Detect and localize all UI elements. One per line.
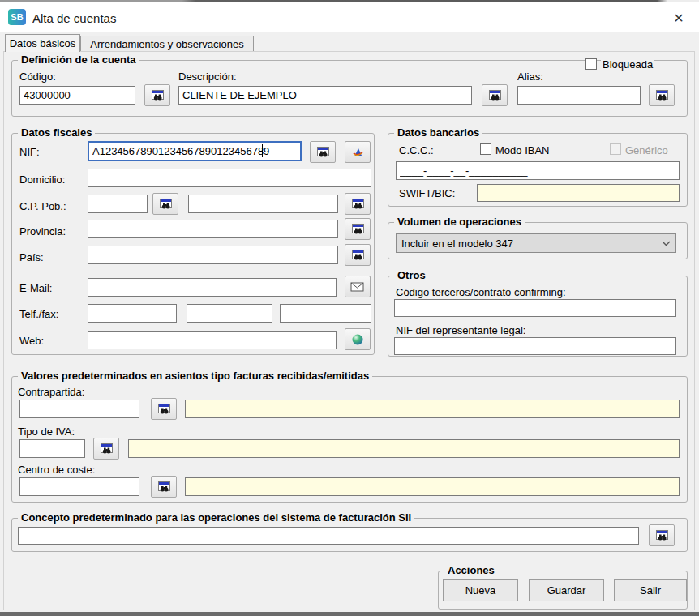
tipo-iva-descripcion-field <box>128 439 680 458</box>
globe-icon <box>351 333 364 346</box>
app-logo-icon: SB <box>8 9 26 25</box>
codigo-input[interactable] <box>19 86 135 105</box>
modo-iban-label: Modo IBAN <box>495 144 549 156</box>
group-title: Volumen de operaciones <box>394 216 525 228</box>
group-title: Datos fiscales <box>18 126 95 139</box>
group-title: Datos bancarios <box>394 126 482 139</box>
swift-bic-label: SWIFT/BIC: <box>399 187 455 199</box>
descripcion-search-button[interactable] <box>482 84 508 106</box>
tipo-iva-label: Tipo de IVA: <box>18 426 75 438</box>
centro-coste-descripcion-field <box>185 477 680 496</box>
search-form-icon <box>100 443 114 456</box>
tipo-iva-search-button[interactable] <box>93 438 119 460</box>
contrapartida-label: Contrapartida: <box>18 386 84 398</box>
web-input[interactable] <box>88 331 337 349</box>
search-form-icon <box>157 403 171 416</box>
centro-coste-label: Centro de coste: <box>18 464 95 476</box>
telf-fax-label: Telf./fax: <box>19 308 58 320</box>
concepto-sii-input[interactable] <box>18 527 639 545</box>
search-form-icon <box>351 198 365 211</box>
search-form-icon <box>151 89 165 102</box>
contrapartida-search-button[interactable] <box>151 398 177 420</box>
search-form-icon <box>351 223 365 236</box>
tipo-iva-input[interactable] <box>19 439 85 458</box>
domicilio-input[interactable] <box>88 169 371 187</box>
search-form-icon <box>159 198 173 211</box>
poblacion-search-button[interactable] <box>345 193 371 215</box>
telefono2-input[interactable] <box>187 304 272 323</box>
group-title: Concepto predeterminado para las operaci… <box>18 511 414 524</box>
codigo-terceros-label: Código terceros/contrato confirming: <box>396 286 566 298</box>
poblacion-input[interactable] <box>188 195 338 213</box>
group-title: Definición de la cuenta <box>18 53 139 66</box>
modo-iban-checkbox[interactable] <box>480 143 491 155</box>
salir-button[interactable]: Salir <box>614 579 687 601</box>
ccc-label: C.C.C.: <box>399 144 434 156</box>
ccc-input[interactable] <box>396 161 680 180</box>
email-input[interactable] <box>88 278 337 297</box>
concepto-sii-search-button[interactable] <box>649 524 675 546</box>
domicilio-label: Domicilio: <box>19 173 65 186</box>
modelo-347-select[interactable]: Incluir en el modelo 347 <box>396 233 676 253</box>
search-form-icon <box>316 146 330 159</box>
group-title: Acciones <box>444 564 498 576</box>
cp-pob-label: C.P. Pob.: <box>19 200 66 212</box>
aeat-logo-icon <box>351 146 365 159</box>
nif-representante-label: NIF del representante legal: <box>396 324 525 336</box>
nif-aeat-validate-button[interactable] <box>345 141 371 163</box>
tab-arrendamientos[interactable]: Arrendamientos y observaciones <box>80 36 254 52</box>
pais-label: País: <box>19 251 44 263</box>
send-email-button[interactable] <box>345 276 371 297</box>
text-caret <box>262 144 263 157</box>
pais-input[interactable] <box>88 246 338 264</box>
contrapartida-input[interactable] <box>19 400 139 418</box>
telefono1-input[interactable] <box>88 304 177 323</box>
guardar-button[interactable]: Guardar <box>529 579 604 601</box>
cp-search-button[interactable] <box>152 193 178 215</box>
centro-coste-search-button[interactable] <box>151 476 177 498</box>
nif-label: NIF: <box>19 146 40 158</box>
close-icon[interactable]: ✕ <box>670 9 688 27</box>
nif-input[interactable] <box>88 141 302 161</box>
search-form-icon <box>157 481 171 494</box>
alias-search-button[interactable] <box>649 84 675 106</box>
centro-coste-input[interactable] <box>19 477 139 496</box>
open-web-button[interactable] <box>345 328 371 350</box>
descripcion-input[interactable] <box>178 86 472 105</box>
provincia-label: Provincia: <box>19 225 66 237</box>
title-bar: SB Alta de cuentas ✕ <box>0 2 699 32</box>
background-window-edge <box>0 612 699 616</box>
alias-label: Alias: <box>517 71 543 83</box>
provincia-search-button[interactable] <box>345 218 371 240</box>
chevron-down-icon <box>662 241 671 246</box>
search-form-icon <box>488 89 502 102</box>
codigo-terceros-input[interactable] <box>394 299 676 317</box>
search-form-icon <box>655 529 669 542</box>
generico-checkbox[interactable] <box>610 143 621 155</box>
fax-input[interactable] <box>280 304 371 323</box>
envelope-icon <box>350 281 365 293</box>
contrapartida-descripcion-field <box>185 400 680 418</box>
generico-label: Genérico <box>625 144 668 156</box>
alias-input[interactable] <box>517 86 641 105</box>
provincia-input[interactable] <box>88 220 338 238</box>
tab-datos-basicos[interactable]: Datos básicos <box>5 34 80 52</box>
bloqueada-checkbox[interactable] <box>585 58 597 70</box>
nif-search-button[interactable] <box>310 141 336 163</box>
pais-search-button[interactable] <box>345 244 371 266</box>
nif-representante-input[interactable] <box>394 337 676 355</box>
web-label: Web: <box>19 335 44 347</box>
window-title: Alta de cuentas <box>32 11 116 25</box>
selected-option: Incluir en el modelo 347 <box>401 237 513 250</box>
cp-input[interactable] <box>88 195 148 213</box>
codigo-search-button[interactable] <box>144 84 170 106</box>
codigo-label: Código: <box>19 71 56 83</box>
alta-de-cuentas-dialog: SB Alta de cuentas ✕ Datos básicos Arren… <box>0 0 699 616</box>
swift-bic-input[interactable] <box>477 184 680 202</box>
descripcion-label: Descripción: <box>178 71 237 83</box>
group-title: Valores predeterminados en asientos tipo… <box>18 370 372 382</box>
search-form-icon <box>655 89 669 102</box>
email-label: E-Mail: <box>19 282 52 294</box>
nueva-button[interactable]: Nueva <box>443 579 518 601</box>
bloqueada-label: Bloqueada <box>601 58 654 71</box>
